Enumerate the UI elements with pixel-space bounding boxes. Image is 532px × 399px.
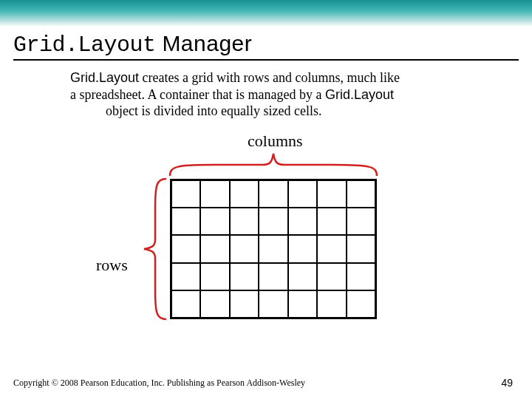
grid-cell <box>317 235 346 262</box>
grid-cell <box>259 290 287 318</box>
grid-cell <box>171 180 200 208</box>
grid-cell <box>259 235 287 262</box>
grid-cell <box>230 208 259 235</box>
grid-cell <box>171 208 200 235</box>
grid-cell <box>317 208 346 235</box>
grid-cell <box>259 263 287 290</box>
grid-cell <box>200 235 229 262</box>
grid-cell <box>347 290 375 318</box>
grid-cell <box>230 263 259 290</box>
rows-label: rows <box>96 256 128 275</box>
slide: Grid.Layout Manager Grid.Layout creates … <box>0 0 532 399</box>
body-line-3: object is divided into equally sized cel… <box>70 103 321 120</box>
grid-cell <box>288 290 317 318</box>
body-code-1: Grid.Layout <box>70 70 139 85</box>
grid-cell <box>288 263 317 290</box>
grid-cell <box>171 263 200 290</box>
slide-title: Grid.Layout Manager <box>13 27 519 61</box>
grid-cell <box>171 290 200 318</box>
grid-cell <box>288 180 317 208</box>
grid-cell <box>317 290 346 318</box>
grid-cell <box>288 235 317 262</box>
columns-brace-icon <box>170 154 377 176</box>
grid-cell <box>230 235 259 262</box>
grid-cell <box>317 180 346 208</box>
body-code-2: Grid.Layout <box>325 87 394 102</box>
copyright-footer: Copyright © 2008 Pearson Education, Inc.… <box>13 378 305 389</box>
title-rest: Manager <box>156 31 253 55</box>
rows-brace-icon <box>144 179 166 319</box>
grid-cell <box>317 263 346 290</box>
body-line-2a: a spreadsheet. A container that is manag… <box>70 87 325 102</box>
body-text: Grid.Layout creates a grid with rows and… <box>70 69 488 120</box>
grid-cell <box>347 235 375 262</box>
body-line-1b: creates a grid with rows and columns, mu… <box>139 70 400 85</box>
grid-table <box>170 179 377 319</box>
grid-cell <box>171 235 200 262</box>
grid-cell <box>259 208 287 235</box>
grid-cell <box>347 208 375 235</box>
figure: columns rows <box>0 132 532 361</box>
header-gradient <box>0 0 532 27</box>
grid-cell <box>200 208 229 235</box>
page-number: 49 <box>501 377 513 389</box>
grid-cell <box>347 263 375 290</box>
grid-cell <box>200 180 229 208</box>
grid-cell <box>288 208 317 235</box>
grid-cell <box>259 180 287 208</box>
grid-cell <box>200 290 229 318</box>
grid-cell <box>200 263 229 290</box>
grid-cell <box>230 180 259 208</box>
title-code: Grid.Layout <box>13 33 156 58</box>
grid-cell <box>347 180 375 208</box>
columns-label: columns <box>248 132 303 151</box>
grid-cell <box>230 290 259 318</box>
